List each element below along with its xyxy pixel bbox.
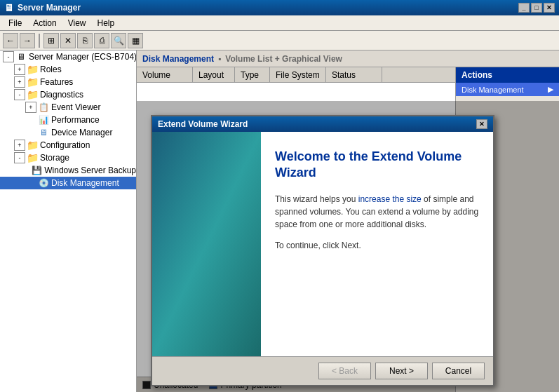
menu-bar: File Action View Help: [0, 15, 559, 31]
col-status[interactable]: Status: [326, 67, 382, 82]
sidebar-item-device-manager[interactable]: 🖥 Device Manager: [0, 126, 136, 139]
wizard-content: Welcome to the Extend Volume Wizard This…: [261, 132, 493, 356]
toolbar-sep-1: [39, 34, 40, 48]
root-expander[interactable]: -: [3, 51, 14, 62]
back-button[interactable]: ←: [3, 33, 18, 48]
performance-label: Performance: [51, 115, 100, 125]
wizard-next-button[interactable]: Next >: [375, 363, 428, 379]
roles-label: Roles: [40, 65, 62, 74]
disk-mgmt-icon: 💿: [38, 177, 49, 189]
column-headers: Volume Layout Type File System Status: [137, 67, 455, 83]
device-manager-label: Device Manager: [51, 128, 112, 137]
search-button[interactable]: 🔍: [111, 33, 126, 48]
actions-subheader-label: Disk Management: [462, 86, 524, 94]
col-filesystem[interactable]: File System: [270, 67, 326, 82]
menu-help[interactable]: Help: [92, 17, 121, 29]
extend-volume-wizard: Extend Volume Wizard ✕ Welcome to the Ex…: [151, 115, 494, 386]
performance-icon: 📊: [38, 114, 49, 126]
sidebar-item-configuration[interactable]: + 📁 Configuration: [0, 139, 136, 151]
sidebar-item-features[interactable]: + 📁 Features: [0, 76, 136, 88]
wizard-body: Welcome to the Extend Volume Wizard This…: [152, 132, 493, 356]
properties-button[interactable]: ⎘: [77, 33, 93, 48]
actions-subheader[interactable]: Disk Management ▶: [456, 83, 559, 96]
sidebar-item-event-viewer[interactable]: + 📋 Event Viewer: [0, 101, 136, 114]
config-expander[interactable]: +: [14, 140, 25, 151]
wizard-back-button[interactable]: < Back: [318, 363, 371, 379]
col-layout[interactable]: Layout: [193, 67, 235, 82]
wizard-para2: To continue, click Next.: [275, 239, 479, 252]
sidebar-root[interactable]: - 🖥 Server Manager (ECS-B704): [0, 50, 136, 63]
features-label: Features: [40, 77, 73, 87]
device-manager-icon: 🖥: [38, 127, 49, 138]
wizard-overlay: Extend Volume Wizard ✕ Welcome to the Ex…: [137, 101, 559, 392]
sidebar-item-storage[interactable]: - 📁 Storage: [0, 151, 136, 164]
menu-action[interactable]: Action: [27, 17, 62, 29]
ev-expander[interactable]: +: [25, 102, 36, 113]
header-separator: ▪: [218, 54, 221, 64]
new-window-button[interactable]: ⊞: [43, 33, 59, 48]
storage-expander[interactable]: -: [14, 152, 25, 163]
wizard-heading: Welcome to the Extend Volume Wizard: [275, 149, 479, 182]
storage-icon: 📁: [27, 152, 38, 163]
sidebar: - 🖥 Server Manager (ECS-B704) + 📁 Roles …: [0, 50, 137, 392]
toolbar: ← → ⊞ ✕ ⎘ ⎙ 🔍 ▦: [0, 31, 559, 50]
wizard-close-button[interactable]: ✕: [476, 119, 487, 129]
diagnostics-label: Diagnostics: [40, 90, 83, 100]
wizard-title-text: Extend Volume Wizard: [158, 119, 248, 129]
wsb-icon: 💾: [31, 165, 42, 176]
menu-view[interactable]: View: [62, 17, 92, 29]
wizard-footer: < Back Next > Cancel: [152, 356, 493, 385]
roles-icon: 📁: [27, 64, 38, 75]
configuration-label: Configuration: [40, 140, 90, 150]
sidebar-item-performance[interactable]: 📊 Performance: [0, 114, 136, 126]
wizard-para1: This wizard helps you increase the size …: [275, 193, 479, 231]
sidebar-item-disk-mgmt[interactable]: 💿 Disk Management: [0, 177, 136, 189]
sidebar-item-diagnostics[interactable]: - 📁 Diagnostics: [0, 88, 136, 101]
view-button[interactable]: ▦: [128, 33, 143, 48]
main-layout: - 🖥 Server Manager (ECS-B704) + 📁 Roles …: [0, 50, 559, 392]
title-text: Server Manager: [18, 3, 518, 13]
disk-mgmt-label: Disk Management: [51, 178, 119, 188]
minimize-button[interactable]: _: [518, 3, 530, 13]
content-title: Disk Management: [142, 54, 214, 64]
menu-file[interactable]: File: [3, 17, 27, 29]
features-icon: 📁: [27, 76, 38, 88]
event-viewer-icon: 📋: [38, 102, 49, 113]
sidebar-item-wsb[interactable]: 💾 Windows Server Backup: [0, 164, 136, 177]
sidebar-item-roles[interactable]: + 📁 Roles: [0, 63, 136, 76]
close-button[interactable]: ✕: [544, 3, 555, 13]
app-icon: 🖥: [4, 2, 14, 13]
col-volume[interactable]: Volume: [137, 67, 193, 82]
diagnostics-icon: 📁: [27, 89, 38, 100]
diagnostics-expander[interactable]: -: [14, 89, 25, 100]
features-expander[interactable]: +: [14, 76, 25, 88]
content-header: Disk Management ▪ Volume List + Graphica…: [137, 50, 559, 67]
title-bar: 🖥 Server Manager _ □ ✕: [0, 0, 559, 15]
wizard-cancel-button[interactable]: Cancel: [432, 363, 485, 379]
actions-header: Actions: [456, 67, 559, 83]
storage-label: Storage: [40, 153, 69, 163]
server-label: Server Manager (ECS-B704): [29, 52, 137, 62]
wsb-label: Windows Server Backup: [44, 165, 136, 175]
server-icon: 🖥: [15, 51, 27, 62]
event-viewer-label: Event Viewer: [51, 102, 100, 112]
content-subtitle: Volume List + Graphical View: [225, 54, 342, 64]
configuration-icon: 📁: [27, 140, 38, 151]
wizard-sidebar-graphic: [152, 132, 261, 356]
wizard-highlight: increase the size: [358, 194, 422, 204]
roles-expander[interactable]: +: [14, 64, 25, 75]
wizard-titlebar: Extend Volume Wizard ✕: [152, 116, 493, 132]
copy-button[interactable]: ⎙: [94, 33, 109, 48]
col-type[interactable]: Type: [235, 67, 270, 82]
actions-subheader-arrow: ▶: [548, 85, 553, 94]
delete-button[interactable]: ✕: [60, 33, 76, 48]
maximize-button[interactable]: □: [531, 3, 542, 13]
forward-button[interactable]: →: [20, 33, 35, 48]
